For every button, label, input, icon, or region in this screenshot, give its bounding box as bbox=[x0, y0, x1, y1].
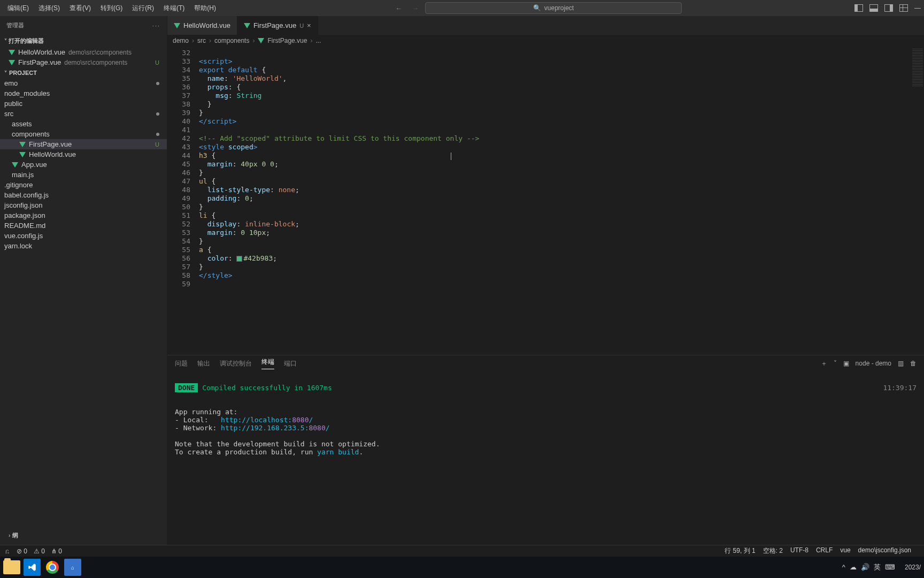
open-editor-row[interactable]: FirstPage.vue demo\src\components U bbox=[0, 57, 167, 67]
panel-tab[interactable]: 端口 bbox=[284, 359, 297, 368]
tray-icon[interactable]: ⌨ bbox=[885, 563, 895, 571]
tree-row[interactable]: public bbox=[0, 98, 167, 109]
editor-group: HelloWorld.vue FirstPage.vue U × demo›sr… bbox=[167, 16, 924, 545]
panel-tab[interactable]: 输出 bbox=[197, 359, 210, 368]
kill-terminal-icon[interactable]: 🗑 bbox=[910, 360, 917, 367]
status-item[interactable]: ⚠ 0 bbox=[34, 547, 45, 555]
nav-back-icon[interactable]: ← bbox=[393, 3, 404, 13]
tree-row[interactable]: babel.config.js bbox=[0, 190, 167, 200]
tree-row[interactable]: package.json bbox=[0, 210, 167, 220]
tree-row[interactable]: emo bbox=[0, 78, 167, 88]
taskbar-vscode-icon[interactable] bbox=[24, 559, 41, 576]
panel-tab[interactable]: 终端 bbox=[261, 358, 274, 369]
menu-item[interactable]: 编辑(E) bbox=[3, 2, 33, 15]
tab-label: FirstPage.vue bbox=[253, 21, 296, 29]
nav-forward-icon[interactable]: → bbox=[410, 3, 421, 13]
tray-icon[interactable]: 英 bbox=[874, 563, 881, 571]
outline-section[interactable]: › 纲 bbox=[4, 529, 163, 542]
tree-label: babel.config.js bbox=[4, 191, 49, 199]
tree-row[interactable]: HelloWorld.vue bbox=[0, 149, 167, 159]
tree-row[interactable]: App.vue bbox=[0, 159, 167, 170]
tree-row[interactable]: README.md bbox=[0, 220, 167, 231]
new-terminal-icon[interactable]: ＋ bbox=[821, 359, 827, 368]
status-item[interactable]: 行 59, 列 1 bbox=[725, 546, 755, 556]
menu-item[interactable]: 查看(V) bbox=[65, 2, 95, 15]
minimap[interactable] bbox=[908, 47, 924, 355]
window-minimize-icon[interactable] bbox=[914, 8, 921, 9]
open-editors-section[interactable]: ˅ 打开的编辑器 bbox=[0, 35, 167, 47]
status-left: ⊘ 0⚠ 0⋔ 0 bbox=[17, 547, 68, 555]
toggle-secondary-icon[interactable] bbox=[884, 4, 893, 12]
tree-row[interactable]: FirstPage.vue U bbox=[0, 139, 167, 149]
menu-item[interactable]: 运行(R) bbox=[128, 2, 158, 15]
panel-tab[interactable]: 问题 bbox=[175, 359, 188, 368]
tree-row[interactable]: .gitignore bbox=[0, 180, 167, 190]
toggle-panel-icon[interactable] bbox=[869, 4, 878, 12]
terminal-dropdown-icon[interactable]: ˅ bbox=[834, 360, 837, 367]
windows-taskbar: ⌂ ^☁🔊英⌨ 2023/ bbox=[0, 557, 924, 578]
taskbar-chrome-icon[interactable] bbox=[44, 559, 61, 576]
tree-label: App.vue bbox=[21, 161, 47, 169]
panel-tab[interactable]: 调试控制台 bbox=[220, 359, 252, 368]
tree-row[interactable]: assets bbox=[0, 119, 167, 129]
tree-label: assets bbox=[12, 120, 32, 128]
tree-label: components bbox=[12, 130, 50, 138]
editor-tab[interactable]: HelloWorld.vue bbox=[167, 16, 237, 35]
code-content[interactable]: <script>export default { name: 'HelloWor… bbox=[197, 47, 908, 355]
editor-tabs: HelloWorld.vue FirstPage.vue U × bbox=[167, 16, 924, 35]
menu-item[interactable]: 终端(T) bbox=[159, 2, 189, 15]
status-item[interactable]: demo\jsconfig.json bbox=[858, 546, 911, 556]
tree-row[interactable]: vue.config.js bbox=[0, 231, 167, 241]
breadcrumb-item[interactable]: demo bbox=[173, 37, 189, 44]
tree-row[interactable]: jsconfig.json bbox=[0, 200, 167, 210]
explorer-more-icon[interactable]: ··· bbox=[152, 22, 160, 29]
project-section[interactable]: ˅ PROJECT bbox=[0, 67, 167, 78]
tray-icon[interactable]: 🔊 bbox=[861, 563, 869, 571]
menu-item[interactable]: 选择(S) bbox=[34, 2, 64, 15]
tree-label: FirstPage.vue bbox=[29, 140, 72, 148]
tree-row[interactable]: yarn.lock bbox=[0, 241, 167, 251]
status-item[interactable]: 空格: 2 bbox=[763, 546, 783, 556]
vue-file-icon bbox=[19, 142, 26, 147]
terminal-content[interactable]: DONE Compiled successfully in 1607ms11:3… bbox=[167, 371, 924, 545]
terminal-name[interactable]: node - demo bbox=[856, 360, 891, 367]
status-item[interactable]: ⋔ 0 bbox=[51, 547, 62, 555]
status-item[interactable]: ⊘ 0 bbox=[17, 547, 27, 555]
menu-item[interactable]: 帮助(H) bbox=[190, 2, 220, 15]
local-url[interactable]: http://localhost:8080/ bbox=[221, 416, 313, 424]
customize-layout-icon[interactable] bbox=[899, 4, 908, 12]
taskbar-explorer-icon[interactable] bbox=[3, 559, 20, 576]
taskbar-app-icon[interactable]: ⌂ bbox=[64, 559, 81, 576]
tree-row[interactable]: node_modules bbox=[0, 88, 167, 98]
tray-icon[interactable]: ☁ bbox=[850, 563, 857, 571]
status-item[interactable]: vue bbox=[840, 546, 850, 556]
toggle-sidebar-icon[interactable] bbox=[854, 4, 863, 12]
tree-row[interactable]: main.js bbox=[0, 170, 167, 180]
editor-tab[interactable]: FirstPage.vue U × bbox=[237, 16, 318, 35]
tree-row[interactable]: src bbox=[0, 109, 167, 119]
tree-label: yarn.lock bbox=[4, 242, 32, 250]
close-icon[interactable]: × bbox=[307, 21, 311, 29]
tree-label: HelloWorld.vue bbox=[29, 150, 76, 158]
project-label: PROJECT bbox=[9, 70, 37, 76]
command-center[interactable]: 🔍 vueproject bbox=[425, 2, 682, 14]
remote-icon[interactable]: ⎌ bbox=[5, 547, 9, 555]
tree-row[interactable]: components bbox=[0, 129, 167, 139]
code-area[interactable]: 3233343536373839404142434445464748495051… bbox=[167, 47, 924, 355]
open-editor-row[interactable]: HelloWorld.vue demo\src\components bbox=[0, 47, 167, 57]
status-item[interactable]: UTF-8 bbox=[790, 546, 808, 556]
split-terminal-icon[interactable]: ▥ bbox=[898, 360, 904, 367]
tray-icon[interactable]: ^ bbox=[842, 563, 845, 571]
breadcrumb-item[interactable]: components bbox=[214, 37, 249, 44]
breadcrumb-sep: › bbox=[209, 37, 211, 44]
menu-item[interactable]: 转到(G) bbox=[96, 2, 127, 15]
title-bar: 编辑(E)选择(S)查看(V)转到(G)运行(R)终端(T)帮助(H) ← → … bbox=[0, 0, 924, 16]
network-url[interactable]: http://192.168.233.5:8080/ bbox=[221, 424, 330, 432]
breadcrumbs[interactable]: demo›src›components›FirstPage.vue›... bbox=[167, 35, 924, 47]
status-item[interactable]: CRLF bbox=[816, 546, 833, 556]
breadcrumb-item[interactable]: ... bbox=[315, 37, 321, 44]
taskbar-clock[interactable]: 2023/ bbox=[905, 564, 921, 571]
breadcrumb-item[interactable]: FirstPage.vue bbox=[267, 37, 307, 44]
breadcrumb-item[interactable]: src bbox=[197, 37, 206, 44]
vue-file-icon bbox=[9, 50, 15, 55]
